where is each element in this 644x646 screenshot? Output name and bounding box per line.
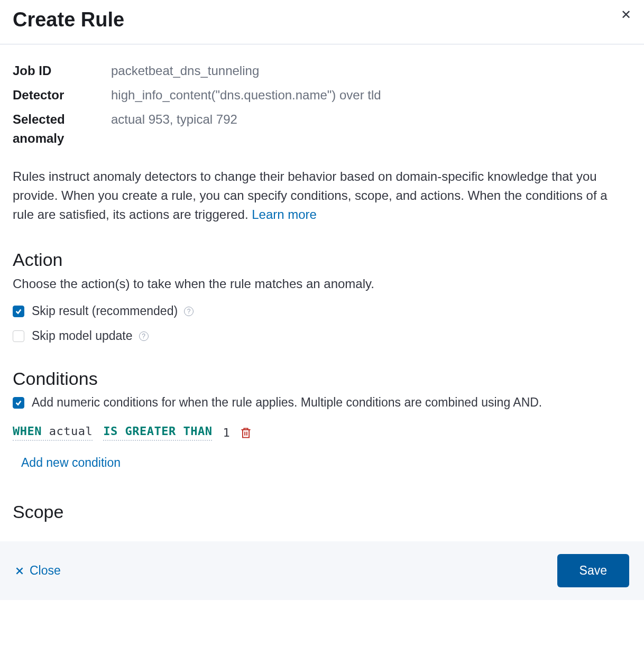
skip-model-row: Skip model update ?: [13, 329, 631, 343]
rule-description: Rules instruct anomaly detectors to chan…: [13, 167, 631, 224]
skip-model-label: Skip model update: [32, 329, 133, 343]
condition-field: actual: [49, 424, 93, 438]
condition-operator-select[interactable]: IS GREATER THAN: [103, 424, 212, 441]
condition-operator: IS GREATER THAN: [103, 424, 212, 438]
conditions-heading: Conditions: [13, 368, 631, 389]
learn-more-link[interactable]: Learn more: [252, 207, 317, 222]
help-icon[interactable]: ?: [139, 331, 149, 341]
scope-heading: Scope: [13, 502, 631, 522]
meta-row-detector: Detector high_info_content("dns.question…: [13, 86, 631, 105]
save-button[interactable]: Save: [557, 554, 629, 587]
dialog-footer: Close Save: [0, 541, 644, 600]
when-keyword: WHEN: [13, 424, 42, 438]
meta-table: Job ID packetbeat_dns_tunneling Detector…: [13, 61, 631, 148]
close-icon[interactable]: ✕: [621, 8, 631, 21]
help-icon[interactable]: ?: [184, 307, 194, 316]
job-id-value: packetbeat_dns_tunneling: [111, 61, 259, 80]
dialog-header: Create Rule ✕: [0, 0, 644, 44]
delete-condition-button[interactable]: [241, 427, 251, 439]
skip-result-row: Skip result (recommended) ?: [13, 304, 631, 318]
conditions-enable-checkbox[interactable]: [13, 397, 24, 409]
condition-value[interactable]: 1: [223, 426, 229, 439]
action-desc: Choose the action(s) to take when the ru…: [13, 276, 631, 291]
meta-row-anomaly: Selected anomaly actual 953, typical 792: [13, 110, 631, 148]
skip-result-label: Skip result (recommended): [32, 304, 178, 318]
add-condition-button[interactable]: Add new condition: [21, 456, 121, 470]
dialog-title: Create Rule: [13, 8, 124, 31]
close-button[interactable]: Close: [15, 564, 61, 578]
trash-icon: [241, 427, 251, 439]
anomaly-value: actual 953, typical 792: [111, 110, 237, 148]
condition-field-select[interactable]: WHEN actual: [13, 424, 93, 441]
action-heading: Action: [13, 250, 631, 270]
dialog-content: Job ID packetbeat_dns_tunneling Detector…: [0, 44, 644, 541]
skip-model-checkbox[interactable]: [13, 330, 24, 342]
condition-row: WHEN actual IS GREATER THAN 1: [13, 424, 631, 441]
close-button-label: Close: [30, 564, 61, 578]
detector-label: Detector: [13, 86, 111, 105]
anomaly-label: Selected anomaly: [13, 110, 111, 148]
job-id-label: Job ID: [13, 61, 111, 80]
conditions-enable-row: Add numeric conditions for when the rule…: [13, 395, 631, 410]
detector-value: high_info_content("dns.question.name") o…: [111, 86, 381, 105]
skip-result-checkbox[interactable]: [13, 306, 24, 317]
meta-row-job-id: Job ID packetbeat_dns_tunneling: [13, 61, 631, 80]
close-icon: [15, 566, 24, 576]
conditions-enable-label: Add numeric conditions for when the rule…: [32, 395, 542, 410]
